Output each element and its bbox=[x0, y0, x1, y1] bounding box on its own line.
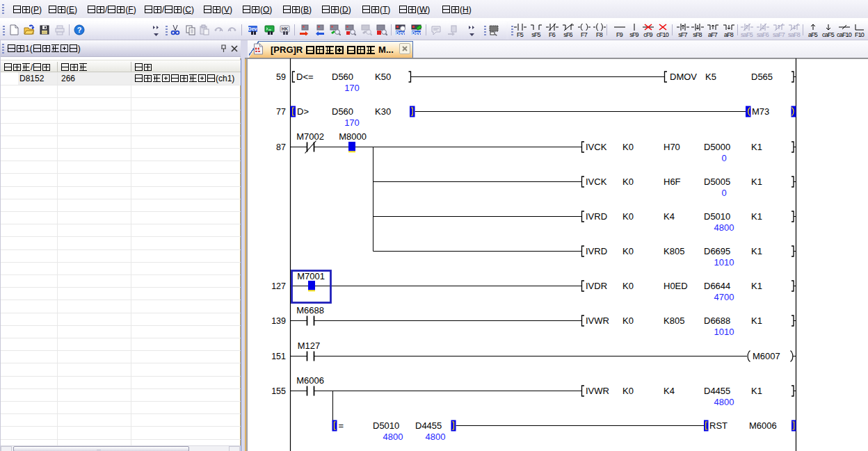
svg-text:151: 151 bbox=[271, 352, 286, 361]
svg-text:0: 0 bbox=[721, 188, 726, 198]
svg-text:D5010: D5010 bbox=[704, 211, 730, 222]
svg-text:Dev: Dev bbox=[412, 31, 421, 35]
svg-text:4800: 4800 bbox=[426, 432, 446, 442]
svg-text:Dev: Dev bbox=[248, 26, 257, 31]
svg-text:IVCK: IVCK bbox=[586, 142, 607, 152]
svg-text:M6688: M6688 bbox=[296, 305, 324, 315]
svg-text:H6F: H6F bbox=[664, 177, 681, 187]
svg-text:IVRD: IVRD bbox=[586, 211, 607, 222]
svg-text:?: ? bbox=[77, 26, 82, 34]
svg-text:77: 77 bbox=[276, 107, 286, 117]
svg-text:D4455: D4455 bbox=[415, 420, 442, 431]
svg-text:RST: RST bbox=[709, 420, 728, 431]
svg-text:59: 59 bbox=[276, 72, 286, 82]
svg-text:=: = bbox=[339, 420, 344, 431]
svg-text:M7002: M7002 bbox=[296, 131, 324, 142]
svg-text:4800: 4800 bbox=[714, 222, 734, 233]
svg-text:H0ED: H0ED bbox=[664, 281, 688, 291]
svg-text:4800: 4800 bbox=[383, 432, 403, 442]
svg-text:D6688: D6688 bbox=[704, 315, 730, 326]
svg-text:K0: K0 bbox=[622, 386, 634, 396]
svg-text:K50: K50 bbox=[375, 72, 391, 82]
svg-text:K0: K0 bbox=[622, 142, 634, 152]
svg-text:D>: D> bbox=[297, 106, 309, 117]
svg-text:87: 87 bbox=[276, 142, 286, 152]
svg-text:170: 170 bbox=[344, 83, 360, 93]
svg-text:4800: 4800 bbox=[714, 397, 734, 407]
svg-text:1010: 1010 bbox=[714, 257, 734, 268]
svg-text:D5010: D5010 bbox=[373, 420, 399, 431]
svg-text:M8000: M8000 bbox=[339, 131, 367, 142]
svg-text:M6006: M6006 bbox=[749, 420, 777, 431]
svg-text:K0: K0 bbox=[622, 246, 634, 256]
svg-text:K1: K1 bbox=[751, 281, 762, 291]
svg-text:D<=: D<= bbox=[296, 72, 314, 82]
svg-text:M6007: M6007 bbox=[753, 351, 780, 361]
svg-text:K1: K1 bbox=[751, 315, 762, 326]
svg-text:D6644: D6644 bbox=[704, 281, 730, 291]
svg-text:170: 170 bbox=[344, 117, 360, 128]
svg-text:K1: K1 bbox=[751, 386, 762, 396]
svg-text:127: 127 bbox=[271, 281, 286, 291]
svg-text:M6006: M6006 bbox=[296, 375, 324, 386]
svg-text:K5: K5 bbox=[705, 72, 716, 82]
svg-text:K1: K1 bbox=[751, 142, 762, 152]
svg-text:K805: K805 bbox=[664, 315, 684, 326]
svg-text:0: 0 bbox=[721, 153, 726, 163]
svg-text:D565: D565 bbox=[751, 72, 773, 82]
svg-text:4700: 4700 bbox=[714, 292, 734, 302]
svg-text:K0: K0 bbox=[622, 211, 634, 222]
svg-text:IVRD: IVRD bbox=[586, 246, 607, 256]
svg-text:K1: K1 bbox=[751, 177, 762, 187]
svg-text:IVCK: IVCK bbox=[586, 177, 607, 187]
svg-text:K805: K805 bbox=[664, 246, 684, 256]
svg-text:D560: D560 bbox=[332, 106, 353, 117]
svg-text:155: 155 bbox=[271, 386, 286, 396]
svg-text:M7001: M7001 bbox=[297, 271, 325, 281]
svg-text:IVDR: IVDR bbox=[586, 281, 607, 291]
svg-text:D5000: D5000 bbox=[704, 142, 730, 152]
svg-text:D560: D560 bbox=[332, 72, 353, 82]
svg-text:IVWR: IVWR bbox=[586, 315, 609, 326]
svg-text:1010: 1010 bbox=[714, 327, 734, 337]
svg-text:K4: K4 bbox=[664, 386, 675, 396]
svg-text:IVWR: IVWR bbox=[586, 386, 609, 396]
svg-text:K30: K30 bbox=[375, 106, 391, 117]
svg-text:D6695: D6695 bbox=[704, 246, 730, 256]
svg-text:H70: H70 bbox=[664, 142, 680, 152]
svg-text:K1: K1 bbox=[751, 211, 762, 222]
svg-text:DMOV: DMOV bbox=[670, 72, 697, 82]
svg-text:HK: HK bbox=[282, 26, 289, 31]
svg-text:M73: M73 bbox=[752, 106, 769, 117]
svg-text:K0: K0 bbox=[622, 177, 634, 187]
svg-text:K4: K4 bbox=[664, 211, 675, 222]
svg-text:K0: K0 bbox=[622, 315, 634, 326]
svg-text:D4455: D4455 bbox=[704, 386, 730, 396]
svg-text:M127: M127 bbox=[298, 341, 321, 351]
svg-text:D5005: D5005 bbox=[704, 177, 730, 187]
svg-text:K0: K0 bbox=[622, 281, 634, 291]
svg-text:K1: K1 bbox=[751, 246, 762, 256]
svg-text:139: 139 bbox=[271, 316, 286, 326]
